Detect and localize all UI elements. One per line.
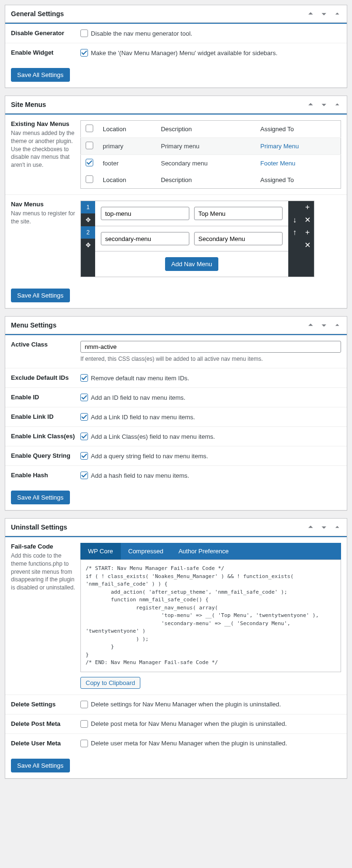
select-all-checkbox[interactable] xyxy=(86,125,93,132)
table-footer-location[interactable]: Location xyxy=(98,172,156,189)
field-label: Enable Query String xyxy=(5,446,80,465)
move-up-icon[interactable] xyxy=(305,319,316,331)
remove-row-icon[interactable]: ✕ xyxy=(301,213,314,226)
toggle-icon[interactable] xyxy=(332,319,343,331)
move-icon[interactable]: ✥ xyxy=(86,213,91,226)
toggle-icon[interactable] xyxy=(332,521,343,533)
panel-title: Menu Settings xyxy=(5,317,62,334)
row-handle[interactable]: 2 ✥ xyxy=(81,226,95,251)
copy-to-clipboard-button[interactable]: Copy to Clipboard xyxy=(80,677,140,689)
cell-assigned-link[interactable]: Primary Menu xyxy=(255,138,341,155)
enable-hash-checkbox[interactable] xyxy=(80,472,88,479)
move-down-icon[interactable] xyxy=(318,521,330,533)
panel-title: Uninstall Settings xyxy=(5,519,73,536)
checkbox-label: Add a Link ID field to nav menu items. xyxy=(91,414,195,421)
table-row: footer Secondary menu Footer Menu xyxy=(81,155,341,172)
field-label: Nav Menus Nav menus to register for the … xyxy=(5,195,80,283)
menu-name-input[interactable] xyxy=(194,207,283,220)
row-enable-query-string: Enable Query String Add a query string f… xyxy=(5,446,347,466)
delete-post-meta-checkbox[interactable] xyxy=(80,720,88,728)
row-checkbox[interactable] xyxy=(86,159,93,166)
disable-generator-checkbox[interactable] xyxy=(80,29,88,37)
save-button[interactable]: Save All Settings xyxy=(11,68,70,82)
panel-general-settings: General Settings Disable Generator Disab… xyxy=(5,5,347,88)
tab-wp-core[interactable]: WP Core xyxy=(80,543,121,559)
select-all-checkbox[interactable] xyxy=(86,175,93,183)
exclude-ids-checkbox[interactable] xyxy=(80,374,88,382)
row-handle[interactable]: 1 ✥ xyxy=(81,201,95,226)
field-label: Enable Link Class(es) xyxy=(5,427,80,446)
checkbox-label: Make the '(Nav Menu Manager) Menu' widge… xyxy=(91,49,277,57)
row-number: 2 xyxy=(81,226,95,239)
move-up-icon[interactable] xyxy=(305,8,316,19)
delete-user-meta-checkbox[interactable] xyxy=(80,740,88,747)
row-disable-generator: Disable Generator Disable the nav menu g… xyxy=(5,24,347,43)
enable-widget-checkbox[interactable] xyxy=(80,49,88,57)
add-row-icon[interactable]: + xyxy=(301,201,314,213)
checkbox-label: Add a hash field to nav menu items. xyxy=(91,472,189,479)
table-header-assigned[interactable]: Assigned To xyxy=(255,121,341,138)
panel-title: Site Menus xyxy=(5,96,52,113)
save-button[interactable]: Save All Settings xyxy=(11,759,70,772)
toggle-icon[interactable] xyxy=(332,8,343,19)
save-button[interactable]: Save All Settings xyxy=(11,289,70,302)
field-label: Disable Generator xyxy=(5,24,80,43)
move-up-icon[interactable] xyxy=(305,99,316,110)
row-failsafe-code: Fail-safe Code Add this code to the them… xyxy=(5,537,347,695)
panel-handle-actions xyxy=(305,99,347,110)
table-header-location[interactable]: Location xyxy=(98,121,156,138)
tab-compressed[interactable]: Compressed xyxy=(121,543,171,559)
move-up-row-icon[interactable]: ↑ xyxy=(288,226,301,239)
table-header-checkbox xyxy=(81,121,98,138)
remove-row-icon[interactable]: ✕ xyxy=(301,239,314,251)
enable-link-class-checkbox[interactable] xyxy=(80,433,88,440)
move-icon[interactable]: ✥ xyxy=(86,239,91,251)
add-row-icon[interactable]: + xyxy=(301,226,314,239)
menu-slug-input[interactable] xyxy=(101,232,189,245)
field-hint: Add this code to the theme functions.php… xyxy=(11,552,76,592)
row-enable-id: Enable ID Add an ID field to nav menu it… xyxy=(5,388,347,407)
cell-assigned-link[interactable]: Footer Menu xyxy=(255,155,341,172)
row-active-class: Active Class If entered, this CSS class(… xyxy=(5,335,347,368)
active-class-input[interactable] xyxy=(80,341,341,353)
panel-handle-actions xyxy=(305,8,347,19)
row-checkbox[interactable] xyxy=(86,142,93,149)
menu-name-input[interactable] xyxy=(194,232,283,245)
move-down-icon[interactable] xyxy=(318,319,330,331)
panel-menu-settings: Menu Settings Active Class If entered, t… xyxy=(5,316,347,511)
field-label: Active Class xyxy=(5,335,80,368)
move-down-row-icon[interactable]: ↓ xyxy=(288,213,301,226)
footer-actions xyxy=(288,251,314,277)
repeater-footer: Add Nav Menu xyxy=(81,251,314,277)
repeater-row: 1 ✥ + ↓ ✕ xyxy=(81,201,314,226)
move-up-icon[interactable] xyxy=(305,521,316,533)
row-enable-widget: Enable Widget Make the '(Nav Menu Manage… xyxy=(5,43,347,62)
save-button[interactable]: Save All Settings xyxy=(11,491,70,504)
panel-header: Site Menus xyxy=(5,96,347,114)
panel-header: Uninstall Settings xyxy=(5,519,347,536)
enable-link-id-checkbox[interactable] xyxy=(80,413,88,421)
move-down-icon[interactable] xyxy=(318,99,330,110)
enable-id-checkbox[interactable] xyxy=(80,394,88,401)
move-down-icon[interactable] xyxy=(318,8,330,19)
panel-header: General Settings xyxy=(5,5,347,23)
table-footer-description[interactable]: Description xyxy=(156,172,255,189)
panel-handle-actions xyxy=(305,521,347,533)
table-header-description[interactable]: Description xyxy=(156,121,255,138)
field-label: Exclude Default IDs xyxy=(5,368,80,387)
code-tabs: WP Core Compressed Author Preference xyxy=(80,543,341,559)
enable-query-checkbox[interactable] xyxy=(80,452,88,460)
delete-settings-checkbox[interactable] xyxy=(80,701,88,708)
toggle-icon[interactable] xyxy=(332,99,343,110)
tab-author-preference[interactable]: Author Preference xyxy=(171,543,236,559)
field-hint: Nav menus added by the theme or another … xyxy=(11,129,76,169)
table-footer-assigned[interactable]: Assigned To xyxy=(255,172,341,189)
field-label: Delete Settings xyxy=(5,695,80,714)
menu-slug-input[interactable] xyxy=(101,207,189,220)
panel-site-menus: Site Menus Existing Nav Menus Nav menus … xyxy=(5,96,347,309)
checkbox-label: Delete post meta for Nav Menu Manager wh… xyxy=(91,720,287,727)
field-label: Enable Hash xyxy=(5,466,80,485)
panel-title: General Settings xyxy=(5,5,69,22)
add-nav-menu-button[interactable]: Add Nav Menu xyxy=(165,257,218,271)
failsafe-code-block[interactable]: /* START: Nav Menu Manager Fail-safe Cod… xyxy=(80,559,341,672)
